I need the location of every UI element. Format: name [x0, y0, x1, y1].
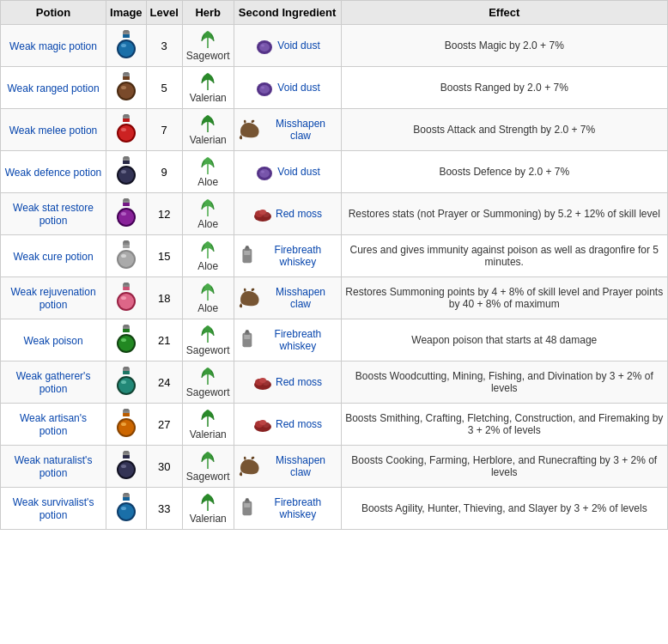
table-row: Weak cure potion 15 Aloe Firebreath whis… [1, 235, 668, 277]
col-header-second: Second Ingredient [234, 1, 341, 25]
potion-name-cell: Weak survivalist's potion [1, 488, 106, 530]
svg-point-80 [118, 378, 134, 393]
svg-rect-72 [124, 329, 129, 332]
second-ingredient-link[interactable]: Void dust [277, 82, 319, 94]
potion-name-link[interactable]: Weak melee potion [9, 125, 98, 137]
effect-cell: Boosts Smithing, Crafting, Fletching, Co… [341, 404, 667, 446]
svg-rect-11 [124, 72, 129, 75]
potions-table: Potion Image Level Herb Second Ingredien… [0, 0, 668, 530]
svg-point-30 [118, 167, 134, 183]
svg-point-40 [118, 210, 134, 225]
svg-rect-28 [124, 156, 129, 159]
potion-name-link[interactable]: Weak magic potion [9, 40, 97, 52]
potion-image-cell [106, 67, 147, 109]
potion-name-link[interactable]: Weak rejuvenation potion [10, 286, 95, 311]
second-ingredient-link[interactable]: Red moss [276, 376, 322, 388]
svg-point-91 [118, 420, 134, 435]
second-ingredient-link[interactable]: Firebreath whiskey [258, 328, 337, 352]
potion-name-cell: Weak artisan's potion [1, 404, 106, 446]
svg-rect-112 [124, 497, 129, 501]
effect-cell: Boosts Agility, Hunter, Thieving, and Sl… [341, 488, 667, 530]
second-ingredient-cell: Void dust [234, 151, 341, 193]
potion-name-link[interactable]: Weak cure potion [13, 251, 93, 263]
potion-name-cell: Weak stat restore potion [1, 193, 106, 235]
level-cell: 30 [146, 446, 182, 488]
herb-cell: Sagewort [182, 319, 234, 361]
potion-name-link[interactable]: Weak artisan's potion [20, 412, 87, 437]
svg-point-23 [118, 125, 134, 141]
svg-point-31 [121, 170, 126, 173]
potion-image-cell [106, 319, 147, 361]
svg-point-8 [259, 43, 270, 52]
svg-rect-107 [124, 493, 129, 495]
second-ingredient-link[interactable]: Misshapen claw [264, 118, 337, 142]
svg-rect-89 [124, 409, 129, 411]
level-cell: 3 [146, 25, 182, 67]
potion-image-cell [106, 25, 147, 67]
potion-name-link[interactable]: Weak poison [23, 335, 82, 347]
second-ingredient-link[interactable]: Firebreath whiskey [258, 244, 337, 268]
table-row: Weak ranged potion 5 Valerian Void dust … [1, 67, 668, 109]
level-cell: 7 [146, 109, 182, 151]
level-cell: 18 [146, 277, 182, 319]
potion-name-cell: Weak melee potion [1, 109, 106, 151]
second-ingredient-link[interactable]: Void dust [277, 39, 319, 52]
svg-point-9 [261, 45, 264, 47]
svg-rect-6 [124, 34, 129, 38]
table-row: Weak stat restore potion 12 Aloe Red mos… [1, 193, 668, 235]
second-ingredient-cell: Firebreath whiskey [234, 235, 341, 277]
potion-name-link[interactable]: Weak gatherer's potion [16, 370, 91, 395]
potion-name-link[interactable]: Weak survivalist's potion [13, 496, 94, 521]
potion-image-cell [106, 235, 147, 277]
svg-rect-94 [124, 413, 129, 416]
potion-name-link[interactable]: Weak naturalist's potion [15, 454, 93, 479]
potion-image-cell [106, 446, 147, 488]
level-cell: 21 [146, 319, 182, 361]
svg-point-87 [259, 378, 266, 383]
svg-point-52 [121, 254, 126, 258]
svg-rect-1 [124, 30, 129, 33]
effect-cell: Restores Summoning points by 4 + 8% of s… [341, 277, 667, 319]
svg-point-98 [259, 420, 266, 425]
second-ingredient-cell: Misshapen claw [234, 109, 341, 151]
svg-rect-43 [124, 203, 129, 206]
second-ingredient-link[interactable]: Misshapen claw [264, 286, 337, 310]
potion-image-cell [106, 277, 147, 319]
col-header-effect: Effect [341, 1, 667, 25]
table-row: Weak rejuvenation potion 18 Aloe Misshap… [1, 277, 668, 319]
second-ingredient-link[interactable]: Red moss [276, 418, 322, 430]
second-ingredient-link[interactable]: Firebreath whiskey [258, 496, 337, 520]
svg-rect-58 [246, 246, 249, 248]
col-header-potion: Potion [1, 1, 106, 25]
herb-cell: Valerian [182, 109, 234, 151]
table-row: Weak poison 21 Sagewort Firebreath whisk… [1, 319, 668, 361]
second-ingredient-link[interactable]: Misshapen claw [264, 454, 337, 478]
potion-name-link[interactable]: Weak stat restore potion [13, 202, 94, 227]
second-ingredient-cell: Red moss [234, 193, 341, 235]
potion-name-cell: Weak naturalist's potion [1, 446, 106, 488]
svg-rect-78 [124, 367, 129, 369]
second-ingredient-cell: Firebreath whiskey [234, 488, 341, 530]
herb-cell: Aloe [182, 235, 234, 277]
svg-rect-33 [124, 161, 129, 164]
level-cell: 33 [146, 488, 182, 530]
potion-name-cell: Weak cure potion [1, 235, 106, 277]
second-ingredient-cell: Misshapen claw [234, 446, 341, 488]
potion-name-cell: Weak ranged potion [1, 67, 106, 109]
herb-cell: Valerian [182, 67, 234, 109]
svg-rect-83 [124, 371, 129, 374]
svg-point-14 [121, 86, 126, 89]
effect-cell: Boosts Magic by 2.0 + 7% [341, 25, 667, 67]
potion-name-cell: Weak poison [1, 319, 106, 361]
potion-name-link[interactable]: Weak defence potion [5, 167, 102, 179]
svg-point-92 [121, 422, 126, 426]
svg-point-41 [121, 212, 126, 216]
second-ingredient-link[interactable]: Red moss [276, 208, 322, 220]
herb-cell: Sagewort [182, 361, 234, 404]
table-row: Weak defence potion 9 Aloe Void dust Boo… [1, 151, 668, 193]
herb-cell: Aloe [182, 277, 234, 319]
potion-image-cell [106, 151, 147, 193]
level-cell: 5 [146, 67, 182, 109]
second-ingredient-link[interactable]: Void dust [277, 166, 319, 178]
potion-name-link[interactable]: Weak ranged potion [7, 82, 99, 94]
